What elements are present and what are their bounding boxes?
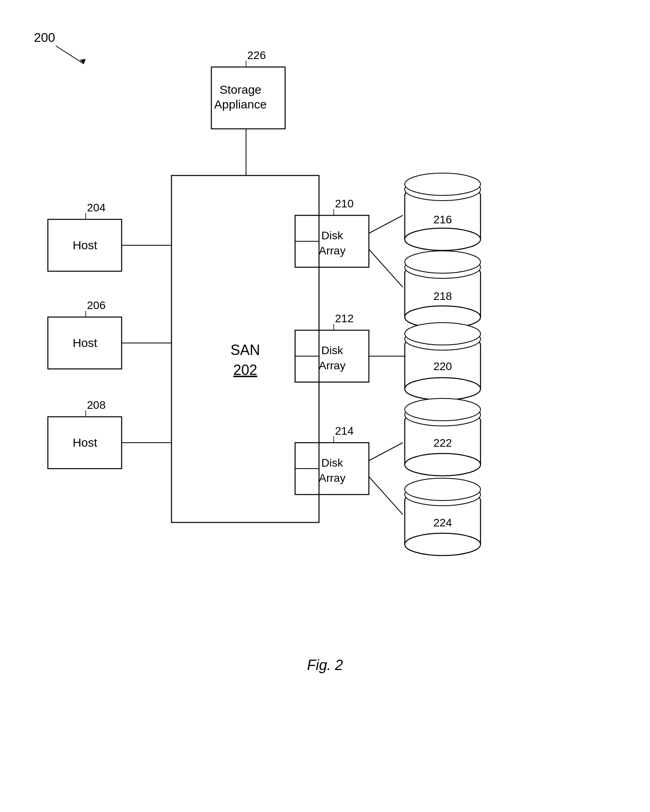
storage-appliance-label: Storage <box>219 83 261 96</box>
svg-point-55 <box>405 478 481 501</box>
diagram-id: 200 <box>34 30 55 45</box>
disk3-id: 220 <box>433 360 452 372</box>
host2-label: Host <box>73 336 97 349</box>
san-id: 202 <box>233 362 257 378</box>
host1-id: 204 <box>87 201 106 214</box>
disk5-id: 224 <box>433 516 452 529</box>
disk-array3-label: Disk <box>321 457 343 469</box>
disk2-id: 218 <box>433 290 452 302</box>
host3-label: Host <box>73 436 97 449</box>
svg-line-0 <box>56 46 84 64</box>
svg-point-20 <box>405 173 481 195</box>
storage-appliance-label2: Appliance <box>214 98 267 111</box>
svg-point-48 <box>405 398 481 421</box>
disk4-id: 222 <box>433 437 452 449</box>
svg-point-35 <box>405 378 481 400</box>
disk-array2-label2: Array <box>319 359 346 372</box>
disk-array1-id: 210 <box>335 197 354 210</box>
svg-point-53 <box>405 533 481 556</box>
diagram-container: 200 226 Storage Appliance SAN 202 204 Ho… <box>0 0 650 812</box>
host2-id: 206 <box>87 299 106 311</box>
svg-point-37 <box>405 323 481 345</box>
svg-line-40 <box>369 443 403 461</box>
disk-array2-id: 212 <box>335 312 354 325</box>
disk-array2-label: Disk <box>321 344 343 357</box>
svg-line-41 <box>369 477 403 514</box>
figure-label: Fig. 2 <box>307 657 343 673</box>
disk-array1-label2: Array <box>319 244 346 257</box>
svg-point-46 <box>405 453 481 476</box>
svg-line-12 <box>369 215 403 233</box>
storage-appliance-id: 226 <box>247 49 266 61</box>
disk-array1-label: Disk <box>321 229 343 242</box>
san-label: SAN <box>230 342 260 358</box>
svg-line-13 <box>369 249 403 287</box>
host1-label: Host <box>73 238 97 252</box>
disk1-id: 216 <box>433 213 452 226</box>
host3-id: 208 <box>87 399 106 411</box>
disk-array3-id: 214 <box>335 425 354 437</box>
svg-point-27 <box>405 251 481 273</box>
svg-point-18 <box>405 228 481 250</box>
disk-array3-label2: Array <box>319 472 346 484</box>
